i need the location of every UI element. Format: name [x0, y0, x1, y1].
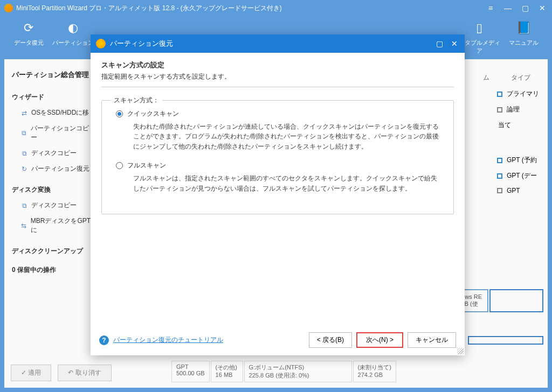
radio-full-scan[interactable]: フルスキャン [116, 161, 439, 170]
dialog-close-icon[interactable]: ✕ [450, 39, 459, 48]
next-button[interactable]: 次へ(N) > [356, 332, 403, 348]
help-icon[interactable]: ? [99, 335, 109, 345]
dialog-title: パーティション復元 [110, 39, 173, 48]
radio-unchecked-icon [116, 162, 123, 169]
radio-option-quick: クイックスキャン 失われた/削除されたパーティションが連続している場合、クイック… [116, 109, 439, 151]
radio-checked-icon [116, 110, 123, 117]
dialog-maximize-icon[interactable]: ▢ [434, 39, 444, 48]
back-button[interactable]: < 戻る(B) [309, 332, 352, 348]
fieldset-legend: スキャン方式： [111, 96, 162, 105]
dialog-app-icon [96, 39, 106, 48]
resize-grip-icon[interactable] [457, 348, 464, 354]
dialog-footer: ? パーティション復元のチュートリアル < 戻る(B) 次へ(N) > キャンセ… [91, 327, 465, 355]
cancel-button[interactable]: キャンセル [408, 332, 456, 348]
radio-label: クイックスキャン [127, 109, 179, 118]
divider [101, 87, 454, 87]
dialog-body: スキャン方式の設定 指定範囲をスキャンする方式を設定します。 スキャン方式： ク… [91, 53, 465, 327]
radio-label: フルスキャン [127, 161, 166, 170]
scan-method-fieldset: スキャン方式： クイックスキャン 失われた/削除されたパーティションが連続してい… [101, 100, 454, 214]
radio-quick-scan[interactable]: クイックスキャン [116, 109, 439, 118]
radio-desc: 失われた/削除されたパーティションが連続している場合、クイックスキャンはパーティ… [133, 122, 439, 151]
dialog-subdesc: 指定範囲をスキャンする方式を設定します。 [101, 72, 454, 81]
dialog-titlebar: パーティション復元 ▢ ✕ [91, 34, 465, 53]
dialog-heading: スキャン方式の設定 [101, 60, 454, 70]
radio-desc: フルスキャンは、指定されたスキャン範囲のすべてのセクタをスキャンします。クイック… [133, 173, 439, 193]
radio-option-full: フルスキャン フルスキャンは、指定されたスキャン範囲のすべてのセクタをスキャンし… [116, 161, 439, 193]
partition-recovery-dialog: パーティション復元 ▢ ✕ スキャン方式の設定 指定範囲をスキャンする方式を設定… [91, 34, 465, 355]
tutorial-link[interactable]: パーティション復元のチュートリアル [113, 335, 223, 345]
